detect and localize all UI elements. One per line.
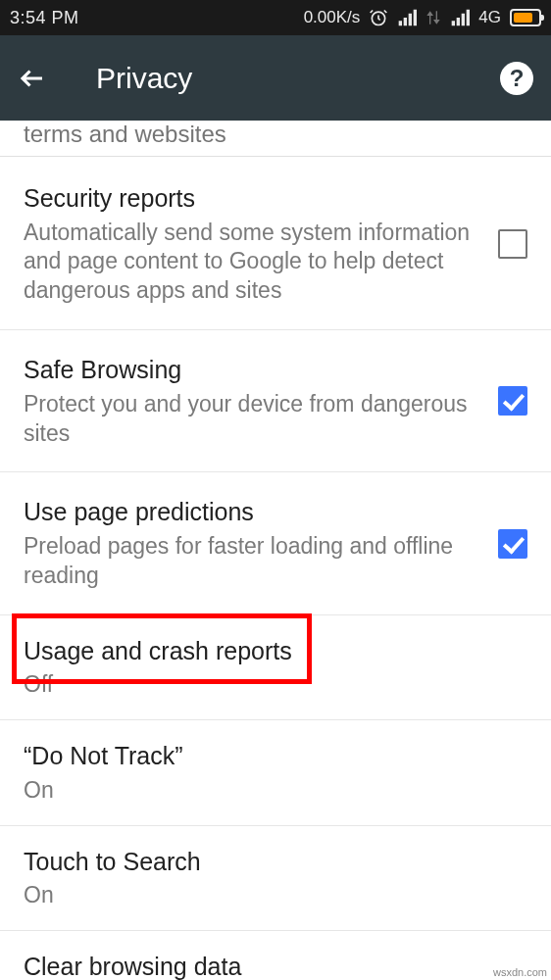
status-time: 3:54 PM [10,8,79,28]
status-speed: 0.00K/s [304,8,361,27]
security-reports-checkbox[interactable] [498,229,527,259]
question-icon: ? [510,65,525,92]
usage-crash-row[interactable]: Usage and crash reports Off [0,615,551,720]
safe-browsing-checkbox[interactable] [498,386,527,416]
security-reports-row[interactable]: Security reports Automatically send some… [0,159,551,330]
setting-title: “Do Not Track” [24,740,508,772]
arrow-left-icon [18,64,47,93]
status-right: 0.00K/s 4G [304,8,541,27]
setting-title: Safe Browsing [24,354,478,386]
setting-title: Touch to Search [24,846,508,878]
setting-subtitle: Protect you and your device from dangero… [24,390,478,449]
battery-icon [510,9,541,26]
page-predictions-row[interactable]: Use page predictions Preload pages for f… [0,472,551,614]
setting-title: Use page predictions [24,496,478,528]
watermark: wsxdn.com [491,966,549,978]
setting-subtitle: On [24,881,508,910]
setting-title: Usage and crash reports [24,635,508,667]
help-button[interactable]: ? [500,62,533,95]
page-title: Privacy [96,62,500,95]
signal2-icon [450,8,470,27]
settings-list: terms and websites Security reports Auto… [0,121,551,980]
setting-subtitle: Preload pages for faster loading and off… [24,532,478,591]
do-not-track-row[interactable]: “Do Not Track” On [0,720,551,825]
signal-icon [397,8,417,27]
back-button[interactable] [18,64,57,93]
data-icon [426,8,441,27]
page-predictions-checkbox[interactable] [498,529,527,559]
alarm-icon [369,8,388,27]
touch-to-search-row[interactable]: Touch to Search On [0,826,551,931]
setting-title: Security reports [24,182,478,215]
clear-browsing-row[interactable]: Clear browsing data [0,931,551,980]
setting-title: Clear browsing data [24,951,508,980]
status-bar: 3:54 PM 0.00K/s 4G [0,0,551,35]
status-network: 4G [478,8,501,27]
safe-browsing-row[interactable]: Safe Browsing Protect you and your devic… [0,330,551,472]
setting-subtitle: On [24,776,508,806]
setting-subtitle: Off [24,670,508,700]
action-bar: Privacy ? [0,35,551,121]
setting-subtitle: Automatically send some system informati… [24,219,478,307]
partial-row[interactable]: terms and websites [0,121,551,157]
